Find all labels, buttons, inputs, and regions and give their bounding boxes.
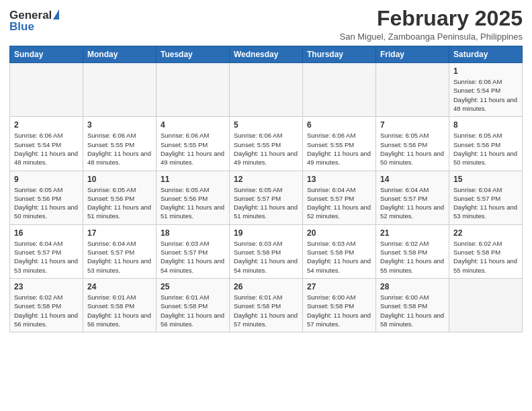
day-info: Sunrise: 6:06 AM Sunset: 5:54 PM Dayligh… [453, 77, 518, 113]
day-info: Sunrise: 6:03 AM Sunset: 5:58 PM Dayligh… [234, 239, 298, 275]
col-wednesday: Wednesday [230, 46, 303, 63]
day-info: Sunrise: 6:06 AM Sunset: 5:55 PM Dayligh… [161, 131, 225, 167]
calendar-cell: 27Sunrise: 6:00 AM Sunset: 5:58 PM Dayli… [303, 278, 376, 332]
header: General Blue February 2025 San Miguel, Z… [9, 7, 523, 42]
calendar-cell: 18Sunrise: 6:03 AM Sunset: 5:57 PM Dayli… [157, 224, 230, 278]
day-info: Sunrise: 6:04 AM Sunset: 5:57 PM Dayligh… [87, 239, 152, 275]
logo-blue: Blue [9, 21, 34, 32]
calendar-week-3: 16Sunrise: 6:04 AM Sunset: 5:57 PM Dayli… [10, 224, 523, 278]
calendar-body: 1Sunrise: 6:06 AM Sunset: 5:54 PM Daylig… [10, 63, 523, 332]
day-info: Sunrise: 6:05 AM Sunset: 5:56 PM Dayligh… [14, 185, 79, 221]
calendar-cell: 21Sunrise: 6:02 AM Sunset: 5:58 PM Dayli… [376, 224, 449, 278]
day-number: 13 [307, 175, 371, 184]
subtitle: San Miguel, Zamboanga Peninsula, Philipp… [340, 32, 523, 42]
col-monday: Monday [83, 46, 157, 63]
main-title: February 2025 [340, 7, 523, 30]
calendar-cell: 4Sunrise: 6:06 AM Sunset: 5:55 PM Daylig… [157, 117, 230, 171]
day-info: Sunrise: 6:06 AM Sunset: 5:55 PM Dayligh… [307, 131, 371, 167]
logo-triangle-icon [53, 9, 59, 19]
day-number: 5 [234, 120, 298, 130]
calendar-cell: 14Sunrise: 6:04 AM Sunset: 5:57 PM Dayli… [376, 171, 449, 224]
day-info: Sunrise: 6:03 AM Sunset: 5:57 PM Dayligh… [161, 239, 225, 275]
calendar-week-4: 23Sunrise: 6:02 AM Sunset: 5:58 PM Dayli… [10, 278, 523, 332]
day-info: Sunrise: 6:02 AM Sunset: 5:58 PM Dayligh… [453, 239, 518, 275]
day-info: Sunrise: 6:04 AM Sunset: 5:57 PM Dayligh… [380, 185, 445, 221]
day-number: 14 [380, 175, 445, 184]
calendar-cell: 9Sunrise: 6:05 AM Sunset: 5:56 PM Daylig… [10, 171, 83, 224]
calendar-cell: 24Sunrise: 6:01 AM Sunset: 5:58 PM Dayli… [83, 278, 157, 332]
calendar-week-1: 2Sunrise: 6:06 AM Sunset: 5:54 PM Daylig… [10, 117, 523, 171]
day-number: 7 [380, 120, 445, 130]
calendar-cell: 10Sunrise: 6:05 AM Sunset: 5:56 PM Dayli… [83, 171, 157, 224]
col-friday: Friday [376, 46, 449, 63]
day-number: 9 [14, 175, 79, 184]
calendar-cell: 8Sunrise: 6:05 AM Sunset: 5:56 PM Daylig… [449, 117, 523, 171]
day-number: 18 [161, 228, 225, 238]
day-info: Sunrise: 6:06 AM Sunset: 5:55 PM Dayligh… [234, 131, 298, 167]
day-number: 21 [380, 228, 445, 238]
day-info: Sunrise: 6:00 AM Sunset: 5:58 PM Dayligh… [380, 293, 445, 328]
title-block: February 2025 San Miguel, Zamboanga Peni… [340, 7, 523, 42]
day-number: 2 [14, 120, 79, 130]
col-tuesday: Tuesday [157, 46, 230, 63]
day-info: Sunrise: 6:02 AM Sunset: 5:58 PM Dayligh… [380, 239, 445, 275]
calendar-cell: 5Sunrise: 6:06 AM Sunset: 5:55 PM Daylig… [230, 117, 303, 171]
calendar-cell: 6Sunrise: 6:06 AM Sunset: 5:55 PM Daylig… [303, 117, 376, 171]
day-info: Sunrise: 6:05 AM Sunset: 5:56 PM Dayligh… [87, 185, 152, 221]
col-saturday: Saturday [449, 46, 523, 63]
calendar-cell: 25Sunrise: 6:01 AM Sunset: 5:58 PM Dayli… [157, 278, 230, 332]
header-row: Sunday Monday Tuesday Wednesday Thursday… [10, 46, 523, 63]
calendar-cell: 23Sunrise: 6:02 AM Sunset: 5:58 PM Dayli… [10, 278, 83, 332]
day-number: 22 [453, 228, 518, 238]
day-number: 24 [87, 282, 152, 291]
day-info: Sunrise: 6:02 AM Sunset: 5:58 PM Dayligh… [14, 293, 79, 328]
page: General Blue February 2025 San Miguel, Z… [0, 0, 532, 411]
calendar-cell: 20Sunrise: 6:03 AM Sunset: 5:58 PM Dayli… [303, 224, 376, 278]
calendar-cell: 28Sunrise: 6:00 AM Sunset: 5:58 PM Dayli… [376, 278, 449, 332]
day-info: Sunrise: 6:04 AM Sunset: 5:57 PM Dayligh… [307, 185, 371, 221]
day-number: 28 [380, 282, 445, 291]
day-number: 16 [14, 228, 79, 238]
calendar-cell: 3Sunrise: 6:06 AM Sunset: 5:55 PM Daylig… [83, 117, 157, 171]
calendar-cell: 22Sunrise: 6:02 AM Sunset: 5:58 PM Dayli… [449, 224, 523, 278]
day-info: Sunrise: 6:01 AM Sunset: 5:58 PM Dayligh… [87, 293, 152, 328]
calendar-cell [230, 63, 303, 117]
calendar-cell: 26Sunrise: 6:01 AM Sunset: 5:58 PM Dayli… [230, 278, 303, 332]
day-info: Sunrise: 6:04 AM Sunset: 5:57 PM Dayligh… [453, 185, 518, 221]
calendar-cell: 11Sunrise: 6:05 AM Sunset: 5:56 PM Dayli… [157, 171, 230, 224]
day-number: 10 [87, 175, 152, 184]
day-number: 17 [87, 228, 152, 238]
day-number: 4 [161, 120, 225, 130]
day-number: 25 [161, 282, 225, 291]
calendar-table: Sunday Monday Tuesday Wednesday Thursday… [9, 46, 523, 332]
day-number: 12 [234, 175, 298, 184]
day-info: Sunrise: 6:03 AM Sunset: 5:58 PM Dayligh… [307, 239, 371, 275]
calendar-cell: 16Sunrise: 6:04 AM Sunset: 5:57 PM Dayli… [10, 224, 83, 278]
logo: General Blue [9, 9, 59, 32]
calendar-cell: 12Sunrise: 6:05 AM Sunset: 5:57 PM Dayli… [230, 171, 303, 224]
day-info: Sunrise: 6:06 AM Sunset: 5:54 PM Dayligh… [14, 131, 79, 167]
logo-general: General [9, 9, 52, 21]
day-info: Sunrise: 6:04 AM Sunset: 5:57 PM Dayligh… [14, 239, 79, 275]
day-number: 3 [87, 120, 152, 130]
calendar-cell: 2Sunrise: 6:06 AM Sunset: 5:54 PM Daylig… [10, 117, 83, 171]
calendar-cell: 1Sunrise: 6:06 AM Sunset: 5:54 PM Daylig… [449, 63, 523, 117]
day-info: Sunrise: 6:06 AM Sunset: 5:55 PM Dayligh… [87, 131, 152, 167]
calendar-cell: 17Sunrise: 6:04 AM Sunset: 5:57 PM Dayli… [83, 224, 157, 278]
calendar-cell [10, 63, 83, 117]
day-info: Sunrise: 6:05 AM Sunset: 5:56 PM Dayligh… [161, 185, 225, 221]
day-number: 6 [307, 120, 371, 130]
calendar-cell [83, 63, 157, 117]
calendar-cell [157, 63, 230, 117]
day-number: 1 [453, 66, 518, 76]
day-info: Sunrise: 6:05 AM Sunset: 5:56 PM Dayligh… [453, 131, 518, 167]
day-info: Sunrise: 6:01 AM Sunset: 5:58 PM Dayligh… [234, 293, 298, 328]
day-info: Sunrise: 6:05 AM Sunset: 5:56 PM Dayligh… [380, 131, 445, 167]
calendar-cell: 13Sunrise: 6:04 AM Sunset: 5:57 PM Dayli… [303, 171, 376, 224]
col-sunday: Sunday [10, 46, 83, 63]
calendar-cell [376, 63, 449, 117]
day-number: 23 [14, 282, 79, 291]
day-info: Sunrise: 6:01 AM Sunset: 5:58 PM Dayligh… [161, 293, 225, 328]
day-number: 11 [161, 175, 225, 184]
calendar-cell [303, 63, 376, 117]
